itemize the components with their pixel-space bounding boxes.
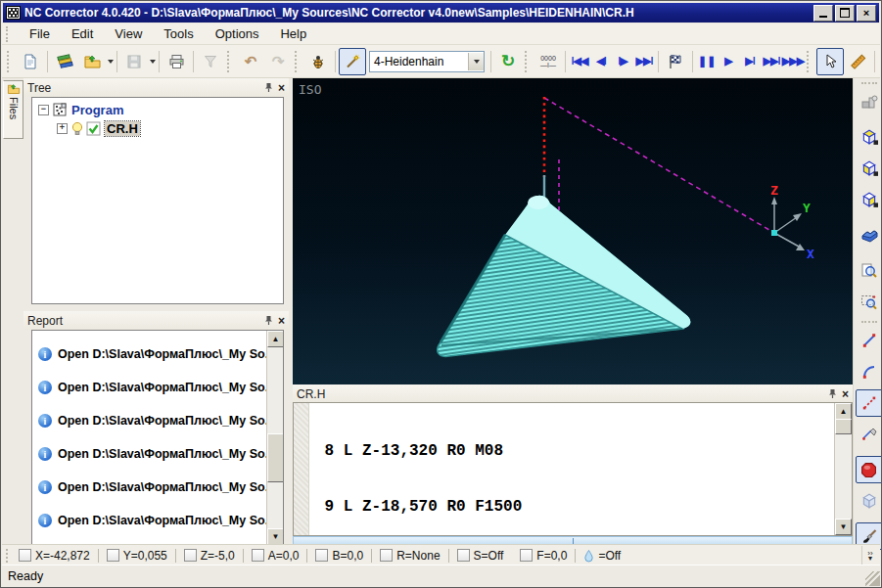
trace-button[interactable] — [339, 48, 366, 75]
close-button[interactable]: × — [857, 5, 876, 22]
toolbar-grip[interactable] — [227, 51, 233, 72]
go-start-button[interactable]: ǀ◀◀ — [569, 48, 590, 75]
pin-icon[interactable] — [264, 315, 273, 326]
menu-file[interactable]: File — [19, 24, 61, 43]
report-item[interactable]: iOpen D:\Slava\ФормаПлюс\_My So... — [38, 477, 266, 497]
save-button[interactable] — [120, 48, 148, 75]
code-line[interactable]: 8 L Z-13,320 R0 M08 — [315, 442, 834, 461]
viewport-3d[interactable]: ISO — [293, 78, 853, 384]
go-end-button[interactable]: ▶▶ǀ — [633, 48, 655, 75]
report-item[interactable]: iOpen D:\Slava\ФормаПлюс\_My So... — [38, 378, 266, 397]
expand-icon[interactable]: + — [57, 123, 68, 134]
pin-icon[interactable] — [828, 388, 837, 399]
checkbox-icon[interactable] — [107, 549, 119, 562]
statistics-button[interactable] — [878, 48, 882, 75]
save-dropdown[interactable] — [150, 60, 156, 64]
render-solid-button[interactable] — [856, 456, 882, 483]
draw-line-button[interactable] — [856, 327, 882, 354]
toolbar-grip[interactable] — [525, 51, 531, 72]
scroll-up-icon[interactable]: ▲ — [835, 403, 852, 420]
edit-path-button[interactable] — [856, 421, 882, 448]
maximize-button[interactable] — [835, 5, 855, 22]
scroll-down-icon[interactable]: ▼ — [267, 528, 284, 545]
menu-view[interactable]: View — [104, 24, 153, 43]
step-back-button[interactable]: ◀ǀ — [590, 48, 612, 75]
toolbar-grip[interactable] — [807, 51, 812, 72]
view-top-button[interactable] — [856, 123, 882, 151]
tree-node-program[interactable]: − Program — [32, 102, 283, 118]
minimize-button[interactable] — [813, 5, 833, 22]
reload-button[interactable]: ↻ — [494, 48, 522, 75]
checkbox-icon[interactable] — [520, 549, 533, 562]
checkbox-icon[interactable] — [380, 549, 393, 562]
close-icon[interactable]: × — [278, 82, 285, 94]
menubar-grip[interactable] — [6, 26, 13, 42]
report-item[interactable]: iOpen D:\Slava\ФормаПлюс\_My So... — [38, 411, 266, 430]
checkbox-icon[interactable] — [252, 549, 264, 562]
toolbar-grip[interactable] — [861, 82, 877, 84]
checkbox-icon[interactable] — [315, 549, 328, 562]
scroll-down-icon[interactable]: ▼ — [835, 519, 852, 535]
scroll-thumb[interactable] — [835, 419, 852, 434]
renumber-button[interactable]: 0000—ǀ— — [534, 48, 562, 75]
undo-button[interactable]: ↶ — [237, 48, 264, 75]
tree-node-label[interactable]: CR.H — [105, 121, 140, 136]
report-item[interactable]: iOpen D:\Slava\ФормаПлюс\_My So... — [38, 444, 266, 464]
scroll-up-icon[interactable]: ▲ — [267, 331, 284, 347]
debug-button[interactable] — [304, 48, 332, 75]
code-scrollbar[interactable]: ▲ ▼ — [834, 403, 852, 535]
view-front-button[interactable] — [856, 155, 882, 182]
bulb-icon[interactable] — [71, 121, 83, 136]
program-list-button[interactable] — [51, 48, 78, 75]
code-line[interactable]: 9 L Z-18,570 R0 F1500 — [315, 498, 834, 517]
render-wireframe-button[interactable] — [856, 487, 882, 515]
view-iso-button[interactable] — [856, 221, 882, 249]
tree-node-label[interactable]: Program — [71, 103, 123, 117]
checkbox-icon[interactable] — [457, 549, 470, 562]
toolbar-grip[interactable] — [861, 321, 877, 323]
menu-tools[interactable]: Tools — [153, 24, 204, 43]
open-file-button[interactable] — [78, 48, 106, 75]
checkbox-icon[interactable] — [184, 549, 197, 562]
close-icon[interactable]: × — [278, 315, 285, 327]
view-side-button[interactable] — [856, 186, 882, 213]
run-to-end-button[interactable] — [662, 48, 689, 75]
scroll-thumb[interactable] — [267, 433, 284, 482]
zoom-fit-button[interactable] — [856, 256, 882, 284]
select-mode-button[interactable] — [816, 48, 844, 75]
toolbar-grip[interactable] — [295, 51, 301, 72]
menu-edit[interactable]: Edit — [61, 24, 104, 43]
stock-view-button[interactable] — [856, 88, 882, 115]
statusbar-grip[interactable] — [6, 549, 13, 563]
files-tab[interactable]: Files — [3, 80, 23, 139]
print-button[interactable] — [162, 48, 190, 75]
report-item[interactable]: iOpen D:\Slava\ФормаПлюс\_My So... — [38, 344, 266, 364]
open-file-dropdown[interactable] — [108, 60, 114, 64]
zoom-window-button[interactable] — [856, 288, 882, 315]
close-icon[interactable]: × — [842, 388, 849, 400]
play-button[interactable]: ▶ — [718, 48, 739, 75]
toolbar-overflow-button[interactable]: ››▾ — [861, 546, 878, 565]
redo-button[interactable]: ↷ — [264, 48, 292, 75]
code-editor[interactable]: 8 L Z-13,320 R0 M08 9 L Z-18,570 R0 F150… — [293, 402, 853, 536]
draw-arc-button[interactable] — [856, 358, 882, 385]
code-text[interactable]: 8 L Z-13,320 R0 M08 9 L Z-18,570 R0 F150… — [309, 403, 834, 535]
tree-node-crh[interactable]: + CR.H — [51, 120, 283, 137]
checkbox-icon[interactable] — [19, 549, 31, 562]
highlight-path-button[interactable] — [856, 389, 882, 417]
play-fastest-button[interactable]: ▶▶▶ — [782, 48, 804, 75]
play-step-button[interactable]: ▶ǀ — [739, 48, 761, 75]
collapse-icon[interactable]: − — [38, 105, 49, 115]
menu-options[interactable]: Options — [205, 24, 270, 43]
resize-grip[interactable] — [865, 571, 880, 586]
step-forward-button[interactable]: ǀ▶ — [612, 48, 633, 75]
report-scrollbar[interactable]: ▲ ▼ — [266, 331, 283, 545]
checked-icon[interactable] — [86, 121, 101, 136]
new-document-button[interactable] — [17, 48, 44, 75]
play-fast-button[interactable]: ▶▶ǀ — [761, 48, 782, 75]
pause-button[interactable]: ❚❚ — [696, 48, 718, 75]
measure-button[interactable] — [844, 48, 871, 75]
menu-help[interactable]: Help — [269, 24, 317, 43]
machine-select[interactable]: 4-Heidenhain — [369, 51, 485, 72]
report-item[interactable]: iOpen D:\Slava\ФормаПлюс\_My So... — [38, 511, 266, 530]
